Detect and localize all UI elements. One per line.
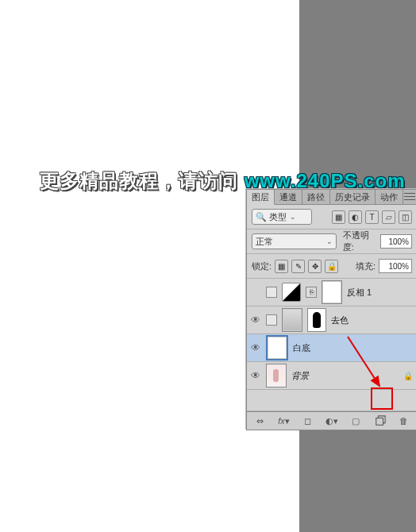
new-layer-button[interactable] [368,414,391,428]
layer-row-white-bg[interactable]: 👁 白底 [247,334,416,362]
layer-checkbox[interactable] [266,314,277,326]
layer-name[interactable]: 白底 [293,342,414,354]
kind-label: 类型 [269,211,287,223]
filter-shape-icon[interactable]: ▱ [382,210,395,224]
blend-row: 正常 ⌄ 不透明度: 100% [247,229,416,254]
visibility-toggle[interactable] [250,287,261,298]
layer-thumb[interactable] [266,364,287,387]
add-mask-button[interactable]: ◻ [297,414,319,428]
opacity-input[interactable]: 100% [380,234,412,249]
tutorial-highlight [371,387,393,410]
opacity-label: 不透明度: [343,229,378,253]
filter-row: 🔍 类型 ⌄ ▦ ◐ T ▱ ◫ [247,205,416,229]
fx-button[interactable]: fx▾ [272,414,295,428]
layer-row-desaturate[interactable]: 👁 去色 [247,306,416,334]
lock-row: 锁定: ▦ ✎ ✥ 🔒 填充: 100% [247,254,416,279]
layer-kind-select[interactable]: 🔍 类型 ⌄ [252,209,312,225]
tab-history[interactable]: 历史记录 [330,190,376,204]
lock-label: 锁定: [252,260,272,272]
watermark-text-1: 更多精品教程，请访问 [40,170,245,191]
layer-row-invert[interactable]: ⎘ 反相 1 [247,279,416,306]
link-mask-icon[interactable]: ⎘ [306,287,317,298]
filter-smart-icon[interactable]: ◫ [399,210,412,224]
adjustment-thumb [282,283,301,302]
layer-thumb[interactable] [282,308,302,332]
panel-footer: ⇔ fx▾ ◻ ◐▾ ▢ 🗑 [247,411,416,430]
filter-type-icon[interactable]: T [365,210,379,224]
layer-thumb[interactable] [266,335,288,360]
visibility-toggle[interactable]: 👁 [250,342,261,353]
blend-mode-value: 正常 [256,236,273,248]
panel-menu-icon[interactable] [404,191,415,201]
lock-transparency-icon[interactable]: ▦ [275,260,288,273]
chevron-down-icon: ⌄ [326,237,333,245]
filter-adjust-icon[interactable]: ◐ [349,210,362,224]
visibility-toggle[interactable]: 👁 [250,370,261,381]
lock-position-icon[interactable]: ✥ [308,260,322,273]
filter-pixel-icon[interactable]: ▦ [332,210,345,224]
visibility-toggle[interactable]: 👁 [250,314,261,326]
tab-layers[interactable]: 图层 [247,190,275,205]
layer-name[interactable]: 背景 [291,370,398,382]
delete-layer-button[interactable]: 🗑 [393,414,415,428]
layer-checkbox[interactable] [266,287,277,298]
lock-icon[interactable]: 🔒 [403,370,414,381]
new-group-button[interactable]: ▢ [345,414,367,428]
mask-thumb[interactable] [307,308,326,332]
blend-mode-select[interactable]: 正常 ⌄ [252,233,337,249]
stage: 更多精品教程，请访问 www.240PS.com 图层 通道 路径 历史记录 动… [0,0,416,532]
chevron-down-icon: ⌄ [290,213,296,221]
layer-name[interactable]: 去色 [331,314,414,326]
lock-all-icon[interactable]: 🔒 [325,260,338,273]
fill-input[interactable]: 100% [379,259,412,273]
add-adjustment-button[interactable]: ◐▾ [321,414,343,428]
mask-thumb[interactable] [322,280,342,304]
link-layers-button[interactable]: ⇔ [248,414,271,428]
panel-tabs: 图层 通道 路径 历史记录 动作 [247,190,416,205]
fill-label: 填充: [356,260,376,272]
lock-pixels-icon[interactable]: ✎ [291,260,305,273]
watermark-text-2: www.240PS.com [245,170,406,191]
tab-paths[interactable]: 路径 [302,190,330,204]
svg-rect-0 [376,418,383,426]
tab-channels[interactable]: 通道 [275,190,302,204]
tab-actions[interactable]: 动作 [376,190,403,204]
layer-name[interactable]: 反相 1 [347,287,414,299]
layer-row-background[interactable]: 👁 背景 🔒 [247,362,416,390]
